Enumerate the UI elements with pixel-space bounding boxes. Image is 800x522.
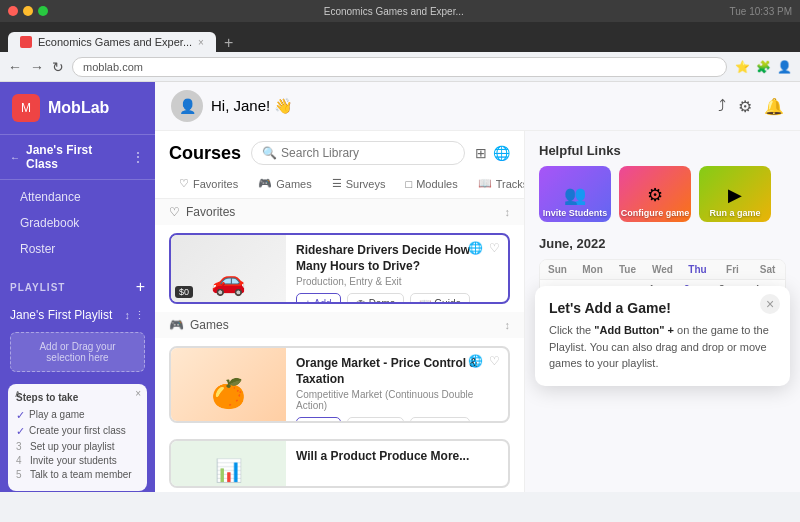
- app-container: M MobLab ← Jane's First Class ⋮ Attendan…: [0, 82, 800, 492]
- logout-icon[interactable]: ⤴: [718, 97, 726, 116]
- url-bar[interactable]: moblab.com: [72, 57, 727, 77]
- cal-mon: Mon: [575, 260, 610, 279]
- tab-favorites[interactable]: ♡ Favorites: [169, 171, 248, 198]
- drag-drop-area[interactable]: Add or Drag your selection here: [10, 332, 145, 372]
- globe-icon-2[interactable]: 🌐: [468, 354, 483, 368]
- refresh-btn[interactable]: ↻: [52, 59, 64, 75]
- heart-icon[interactable]: ♡: [489, 241, 500, 255]
- help-card-configure[interactable]: ⚙ Configure game: [619, 166, 691, 222]
- search-icon: 🔍: [262, 146, 277, 160]
- helpful-links-title: Helpful Links: [539, 143, 786, 158]
- playlist-name: Jane's First Playlist: [10, 308, 121, 322]
- course-subtitle-1: Production, Entry & Exit: [296, 276, 498, 287]
- sidebar-class-name: Jane's First Class: [26, 143, 125, 171]
- add-playlist-btn[interactable]: +: [136, 278, 145, 296]
- nav-bar: ← → ↻ moblab.com ⭐ 🧩 👤: [0, 52, 800, 82]
- step-1-label: Play a game: [29, 409, 85, 420]
- help-card-invite[interactable]: 👥 Invite Students: [539, 166, 611, 222]
- tab-modules[interactable]: □ Modules: [395, 171, 467, 198]
- sidebar-item-gradebook[interactable]: Gradebook: [0, 210, 155, 236]
- sidebar-item-attendance[interactable]: Attendance: [0, 184, 155, 210]
- course-card-1: 🚗 $0 🌐 ♡ Rideshare Drivers Decide How Ma…: [169, 233, 510, 304]
- url-text: moblab.com: [83, 61, 143, 73]
- tab-games[interactable]: 🎮 Games: [248, 171, 321, 198]
- tooltip-close-btn[interactable]: ×: [760, 294, 780, 314]
- cal-sat: Sat: [750, 260, 785, 279]
- plus-icon: +: [305, 298, 311, 304]
- step-5-label: Talk to a team member: [30, 469, 132, 480]
- forward-btn[interactable]: →: [30, 59, 44, 75]
- globe-icon[interactable]: 🌐: [468, 241, 483, 255]
- tab-tracks[interactable]: 📖 Tracks: [468, 171, 525, 198]
- step-4-label: Invite your students: [30, 455, 117, 466]
- step-check-icon: ✓: [16, 409, 25, 422]
- course-title-3: Will a Product Produce More...: [296, 449, 498, 465]
- search-input[interactable]: [281, 146, 454, 160]
- step-num: 4: [16, 455, 26, 466]
- step-num: 5: [16, 469, 26, 480]
- heart-icon-2[interactable]: ♡: [489, 354, 500, 368]
- plus-icon-2: +: [305, 422, 311, 423]
- sidebar-class-menu-icon[interactable]: ⋮: [131, 149, 145, 165]
- course-thumb-3: 📊: [171, 441, 286, 486]
- help-label-run: Run a game: [709, 208, 760, 218]
- playlist-menu-icon[interactable]: ⋮: [134, 309, 145, 322]
- course-info-2: 🌐 ♡ Orange Market - Price Control & Taxa…: [286, 348, 508, 421]
- tab-close-btn[interactable]: ×: [198, 37, 204, 48]
- steps-close-btn[interactable]: ×: [135, 388, 141, 399]
- extension-icon[interactable]: 🧩: [756, 60, 771, 74]
- tracks-icon: 📖: [478, 177, 492, 190]
- playlist-icons: ↕ ⋮: [125, 309, 146, 322]
- grid-view-icon[interactable]: ⊞: [475, 145, 487, 161]
- cal-fri: Fri: [715, 260, 750, 279]
- settings-icon[interactable]: ⚙: [738, 97, 752, 116]
- browser-tab[interactable]: Economics Games and Exper... ×: [8, 32, 216, 52]
- sidebar-class[interactable]: ← Jane's First Class ⋮: [0, 135, 155, 180]
- calendar-header: Sun Mon Tue Wed Thu Fri Sat: [540, 260, 785, 279]
- cal-thu: Thu: [680, 260, 715, 279]
- course-subtitle-2: Competitive Market (Continuous Double Ac…: [296, 389, 498, 411]
- globe-icon[interactable]: 🌐: [493, 145, 510, 161]
- gamepad-icon: 🎮: [258, 177, 272, 190]
- profile-icon[interactable]: 👤: [777, 60, 792, 74]
- add-btn-2[interactable]: + Add: [296, 417, 341, 423]
- playlist-section-label: PLAYLIST: [10, 282, 65, 293]
- book-icon: 📖: [419, 298, 431, 304]
- step-check-icon: ✓: [16, 425, 25, 438]
- course-actions-1: + Add 👁 Demo 📖 Guide: [296, 293, 498, 304]
- help-card-run[interactable]: ▶ Run a game: [699, 166, 771, 222]
- sidebar-playlist-item[interactable]: Jane's First Playlist ↕ ⋮: [0, 304, 155, 326]
- demo-btn-1[interactable]: 👁 Demo: [347, 293, 405, 304]
- cal-wed: Wed: [645, 260, 680, 279]
- step-3-label: Set up your playlist: [30, 441, 115, 452]
- tab-bar: Economics Games and Exper... × +: [0, 22, 800, 52]
- demo-btn-2[interactable]: 👁 Demo: [347, 417, 405, 423]
- back-btn[interactable]: ←: [8, 59, 22, 75]
- add-btn-1[interactable]: + Add: [296, 293, 341, 304]
- step-2-label: Create your first class: [29, 425, 126, 436]
- step-1: ✓ Play a game: [16, 409, 139, 422]
- steps-toggle-btn[interactable]: ∧: [14, 388, 21, 399]
- gamepad-section-icon: 🎮: [169, 318, 184, 332]
- courses-title: Courses: [169, 143, 241, 164]
- search-bar[interactable]: 🔍: [251, 141, 465, 165]
- games-section-title: 🎮 Games: [169, 318, 229, 332]
- new-tab-btn[interactable]: +: [224, 34, 233, 52]
- tab-surveys[interactable]: ☰ Surveys: [322, 171, 396, 198]
- book-icon-2: 📖: [419, 422, 431, 423]
- bookmark-icon[interactable]: ⭐: [735, 60, 750, 74]
- back-arrow-icon: ←: [10, 152, 20, 163]
- greeting-text: Hi, Jane! 👋: [211, 97, 293, 115]
- sidebar-item-roster[interactable]: Roster: [0, 236, 155, 262]
- steps-card: ∧ × Steps to take ✓ Play a game ✓ Create…: [8, 384, 147, 491]
- fav-heart-icon: ♡: [169, 205, 180, 219]
- step-5: 5 Talk to a team member: [16, 469, 139, 480]
- guide-btn-2[interactable]: 📖 Guide: [410, 417, 470, 423]
- guide-btn-1[interactable]: 📖 Guide: [410, 293, 470, 304]
- courses-tabs: ♡ Favorites 🎮 Games ☰ Surveys □ Modules: [155, 171, 524, 199]
- tooltip-body: Click the "Add Button" + on the game to …: [549, 322, 776, 372]
- header-icons: ⤴ ⚙ 🔔: [718, 97, 784, 116]
- course-thumb-1: 🚗 $0: [171, 235, 286, 302]
- sort-icon[interactable]: ↕: [125, 309, 131, 322]
- notification-icon[interactable]: 🔔: [764, 97, 784, 116]
